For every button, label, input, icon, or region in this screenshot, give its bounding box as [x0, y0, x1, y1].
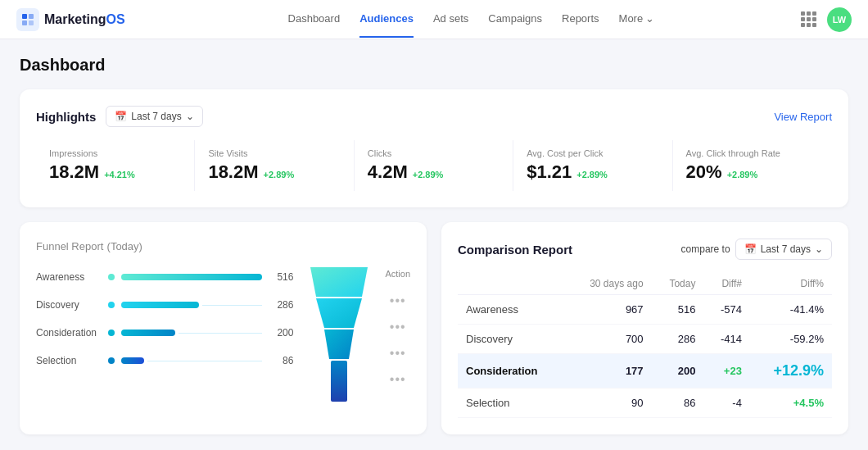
highlights-left: Highlights 📅 Last 7 days ⌄ — [36, 106, 203, 127]
metric-ctr: Avg. Click through Rate 20% +2.89% — [673, 140, 832, 191]
funnel-row-discovery: Discovery 286 — [36, 297, 293, 313]
nav-more[interactable]: More ⌄ — [619, 1, 655, 38]
metric-cpc-label: Avg. Cost per Click — [527, 148, 658, 158]
row-diffp-awareness: -41.4% — [750, 295, 832, 325]
svg-rect-3 — [29, 20, 34, 25]
funnel-dot-discovery — [108, 302, 115, 308]
funnel-bar-discovery — [121, 302, 199, 308]
nav-audiences[interactable]: Audiences — [359, 1, 414, 38]
nav-adsets[interactable]: Ad sets — [433, 1, 468, 38]
svg-rect-0 — [22, 14, 27, 19]
funnel-bar-consideration — [121, 330, 175, 336]
row-30days-awareness: 967 — [566, 295, 652, 325]
metrics-grid: Impressions 18.2M +4.21% Site Visits 18.… — [36, 140, 832, 191]
row-30days-discovery: 700 — [566, 325, 652, 354]
row-label-consideration: Consideration — [458, 354, 566, 389]
comparison-header: Comparison Report compare to 📅 Last 7 da… — [458, 239, 832, 260]
col-header-label — [458, 273, 566, 295]
comparison-date-label: Last 7 days — [761, 243, 811, 255]
row-today-consideration: 200 — [652, 354, 704, 389]
highlights-title: Highlights — [36, 110, 96, 124]
metric-impressions-label: Impressions — [49, 148, 181, 158]
metric-cpc-badge: +2.89% — [576, 170, 608, 180]
funnel-label-selection: Selection — [36, 355, 102, 366]
grid-icon[interactable] — [801, 11, 817, 28]
funnel-row-selection: Selection 86 — [36, 352, 293, 369]
comparison-card: Comparison Report compare to 📅 Last 7 da… — [441, 222, 848, 434]
svg-rect-2 — [22, 20, 27, 25]
metric-clicks-label: Clicks — [368, 148, 500, 158]
calendar-icon: 📅 — [115, 111, 127, 122]
svg-marker-4 — [310, 267, 368, 297]
action-dots-awareness[interactable]: ••• — [390, 293, 406, 308]
action-dots-selection[interactable]: ••• — [390, 372, 406, 387]
funnel-card: Funnel Report (Today) Awareness 516 D — [20, 222, 427, 434]
page-title: Dashboard — [20, 56, 848, 75]
compare-label: compare to — [681, 243, 730, 255]
svg-marker-6 — [324, 330, 354, 359]
svg-marker-5 — [316, 298, 362, 328]
chevron-down-icon-2: ⌄ — [815, 243, 823, 255]
col-header-diffp: Diff% — [750, 273, 832, 295]
funnel-label-discovery: Discovery — [36, 299, 102, 311]
date-filter-label: Last 7 days — [131, 111, 181, 122]
action-dots-consideration[interactable]: ••• — [390, 346, 406, 361]
comparison-date-filter[interactable]: 📅 Last 7 days ⌄ — [735, 239, 832, 260]
table-row-discovery: Discovery 700 286 -414 -59.2% — [458, 325, 832, 354]
metric-impressions-value: 18.2M +4.21% — [49, 161, 181, 183]
row-30days-selection: 90 — [566, 389, 652, 418]
logo[interactable]: MarketingOS — [16, 8, 125, 31]
funnel-count-selection: 86 — [269, 355, 293, 366]
action-header: Action — [385, 269, 410, 279]
highlights-card: Highlights 📅 Last 7 days ⌄ View Report I… — [20, 89, 848, 207]
metric-clicks-badge: +2.89% — [413, 170, 444, 180]
row-today-awareness: 516 — [652, 295, 704, 325]
funnel-dot-selection — [108, 357, 115, 364]
chevron-down-icon: ⌄ — [186, 111, 194, 122]
action-dots-discovery[interactable]: ••• — [390, 320, 406, 334]
user-avatar[interactable]: LW — [827, 7, 852, 32]
metric-clicks-value: 4.2M +2.89% — [368, 161, 500, 183]
col-header-30days: 30 days ago — [566, 273, 652, 295]
nav-links: Dashboard Audiences Ad sets Campaigns Re… — [168, 1, 775, 38]
highlights-header: Highlights 📅 Last 7 days ⌄ View Report — [36, 106, 832, 127]
row-diffp-consideration: +12.9% — [750, 354, 832, 389]
metric-sitevisits-label: Site Visits — [208, 148, 340, 158]
row-diffn-awareness: -574 — [703, 295, 749, 325]
bottom-section: Funnel Report (Today) Awareness 516 D — [20, 222, 848, 434]
funnel-label-awareness: Awareness — [36, 271, 102, 283]
metric-sitevisits: Site Visits 18.2M +2.89% — [195, 140, 354, 191]
funnel-bar-selection — [121, 357, 144, 364]
funnel-label-consideration: Consideration — [36, 327, 102, 339]
svg-rect-7 — [331, 361, 347, 402]
navigation: MarketingOS Dashboard Audiences Ad sets … — [0, 0, 868, 39]
row-diffn-selection: -4 — [703, 389, 749, 418]
view-report-link[interactable]: View Report — [774, 111, 832, 123]
nav-right: LW — [801, 7, 852, 32]
nav-dashboard[interactable]: Dashboard — [288, 1, 341, 38]
nav-reports[interactable]: Reports — [562, 1, 599, 38]
funnel-row-awareness: Awareness 516 — [36, 269, 293, 285]
funnel-count-consideration: 200 — [269, 327, 293, 339]
logo-os: OS — [106, 12, 125, 26]
main-content: Dashboard Highlights 📅 Last 7 days ⌄ Vie… — [0, 39, 868, 450]
table-row-consideration: Consideration 177 200 +23 +12.9% — [458, 354, 832, 389]
metric-impressions: Impressions 18.2M +4.21% — [36, 140, 195, 191]
funnel-row-consideration: Consideration 200 — [36, 325, 293, 341]
comparison-title: Comparison Report — [458, 243, 572, 257]
row-diffn-consideration: +23 — [703, 354, 749, 389]
funnel-svg — [306, 267, 372, 415]
row-label-discovery: Discovery — [458, 325, 566, 354]
funnel-dot-consideration — [108, 330, 115, 336]
funnel-title: Funnel Report (Today) — [36, 239, 410, 252]
compare-filter: compare to 📅 Last 7 days ⌄ — [681, 239, 832, 260]
date-filter-button[interactable]: 📅 Last 7 days ⌄ — [106, 106, 202, 127]
col-header-diffn: Diff# — [703, 273, 749, 295]
metric-ctr-label: Avg. Click through Rate — [686, 148, 819, 158]
funnel-bar-awareness — [121, 274, 262, 280]
metric-ctr-badge: +2.89% — [727, 170, 758, 180]
row-label-awareness: Awareness — [458, 295, 566, 325]
row-diffn-discovery: -414 — [703, 325, 749, 354]
calendar-icon-2: 📅 — [744, 243, 757, 255]
nav-campaigns[interactable]: Campaigns — [488, 1, 542, 38]
